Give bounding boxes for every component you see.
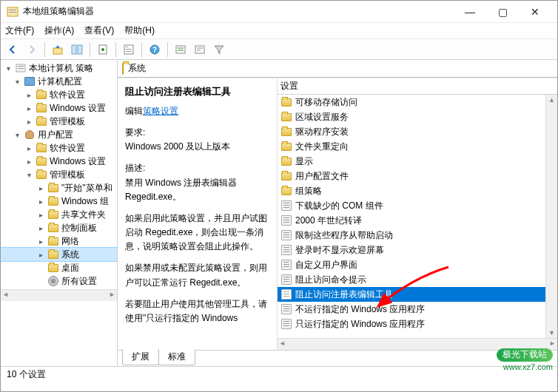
list-item-folder[interactable]: 驱动程序安装	[278, 124, 557, 139]
back-button[interactable]	[4, 41, 21, 58]
tree-item-label: Windows 组	[61, 195, 109, 208]
tree-item[interactable]: ▸软件设置	[1, 88, 117, 101]
folder-icon	[280, 170, 292, 182]
policy-icon	[280, 229, 292, 241]
menu-action[interactable]: 操作(A)	[44, 24, 74, 37]
tree-item[interactable]: 所有设置	[1, 274, 117, 288]
tree-item-label: "开始"菜单和	[61, 182, 112, 195]
tree-item[interactable]: ▸管理模板	[1, 115, 117, 128]
list-item-folder[interactable]: 组策略	[278, 183, 557, 198]
list-item-policy[interactable]: 阻止访问注册表编辑工具	[278, 287, 557, 302]
tree-item[interactable]: ▸系统	[1, 248, 117, 261]
policy-icon	[280, 274, 292, 285]
menu-file[interactable]: 文件(F)	[5, 24, 34, 37]
list-column-header[interactable]: 设置	[278, 78, 557, 95]
folder-icon	[36, 102, 47, 114]
show-hide-button[interactable]	[68, 41, 86, 58]
tree-user[interactable]: ▾ 用户配置	[1, 128, 117, 141]
content-pane: 系统 阻止访问注册表编辑工具 编辑策略设置 要求:Windows 2000 及以…	[118, 60, 557, 366]
folder-icon	[47, 249, 59, 260]
list-item-folder[interactable]: 显示	[278, 154, 557, 169]
funnel-button[interactable]	[210, 41, 228, 58]
maximize-button[interactable]: ▢	[486, 1, 519, 23]
list-item-folder[interactable]: 文件夹重定向	[278, 139, 557, 154]
tree-item-label: 共享文件夹	[61, 209, 106, 221]
filter2-button[interactable]	[191, 41, 209, 58]
tree-item-label: 软件设置	[50, 89, 85, 101]
svg-rect-2	[9, 12, 16, 13]
desc-p3: 如果禁用或未配置此策略设置，则用户可以正常运行 Regedit.exe。	[125, 261, 269, 289]
edit-policy-link[interactable]: 策略设置	[143, 106, 178, 116]
list-item-policy[interactable]: 只运行指定的 Windows 应用程序	[278, 317, 557, 331]
list-item-folder[interactable]: 可移动存储访问	[278, 95, 557, 109]
svg-text:?: ?	[152, 46, 157, 54]
tree-item[interactable]: ▸软件设置	[1, 141, 117, 155]
list-item-policy[interactable]: 阻止访问命令提示	[278, 272, 557, 287]
tree-root[interactable]: ▾ 本地计算机 策略	[1, 61, 117, 75]
tree-admin-templates[interactable]: ▾ 管理模板	[1, 168, 117, 181]
list-item-folder[interactable]: 用户配置文件	[278, 169, 557, 183]
list-item-policy[interactable]: 登录时不显示欢迎屏幕	[278, 243, 557, 257]
tree-item[interactable]: ▸共享文件夹	[1, 208, 117, 221]
req-label: 要求:	[125, 127, 145, 138]
settings-list[interactable]: 可移动存储访问区域设置服务驱动程序安装文件夹重定向显示用户配置文件组策略下载缺少…	[278, 95, 557, 338]
app-icon	[7, 6, 19, 18]
desc-p1: 禁用 Windows 注册表编辑器 Regedit.exe。	[125, 178, 237, 202]
svg-rect-17	[18, 68, 24, 69]
svg-rect-9	[126, 49, 132, 50]
tree-item-label: 管理模板	[50, 115, 85, 128]
list-vscrollbar[interactable]	[545, 95, 557, 338]
list-item-policy[interactable]: 自定义用户界面	[278, 257, 557, 272]
folder-icon	[47, 182, 59, 194]
tree-item[interactable]: ▸控制面板	[1, 221, 117, 234]
svg-rect-16	[18, 66, 24, 67]
menu-view[interactable]: 查看(V)	[84, 24, 114, 37]
tree-item[interactable]: 桌面	[1, 261, 117, 274]
tab-extended[interactable]: 扩展	[122, 349, 159, 365]
tree-hscrollbar[interactable]	[1, 289, 117, 301]
list-item-policy[interactable]: 限制这些程序从帮助启动	[278, 228, 557, 243]
close-button[interactable]: ✕	[519, 1, 551, 23]
main-area: ▾ 本地计算机 策略 ▾ 计算机配置 ▸软件设置▸Windows 设置▸管理模板…	[1, 60, 557, 366]
list-item-policy[interactable]: 不运行指定的 Windows 应用程序	[278, 302, 557, 317]
help-button[interactable]: ?	[146, 41, 164, 58]
folder-icon	[280, 111, 292, 123]
list-item-policy[interactable]: 下载缺少的 COM 组件	[278, 198, 557, 213]
tab-standard[interactable]: 标准	[158, 349, 195, 365]
svg-rect-13	[176, 46, 185, 53]
minimize-button[interactable]: —	[454, 1, 486, 23]
list-item-label: 2000 年世纪转译	[295, 214, 362, 227]
properties-button[interactable]	[120, 41, 138, 58]
status-text: 10 个设置	[7, 368, 46, 381]
tree-root-label: 本地计算机 策略	[29, 62, 93, 75]
list-item-label: 限制这些程序从帮助启动	[295, 229, 393, 242]
forward-button[interactable]	[23, 41, 41, 58]
list-item-folder[interactable]: 区域设置服务	[278, 109, 557, 124]
tree-item[interactable]: ▸"开始"菜单和	[1, 181, 117, 195]
tree-item-label: 网络	[61, 235, 79, 248]
policy-icon	[280, 200, 292, 212]
tree-item[interactable]: ▸Windows 设置	[1, 101, 117, 115]
tree-item[interactable]: ▸Windows 组	[1, 195, 117, 208]
desc-label: 描述:	[125, 163, 145, 173]
desc-p4: 若要阻止用户使用其他管理工具，请使用"只运行指定的 Windows	[125, 297, 269, 325]
tree-item-label: Windows 设置	[50, 102, 106, 115]
tree-computer[interactable]: ▾ 计算机配置	[1, 75, 117, 88]
policy-tree[interactable]: ▾ 本地计算机 策略 ▾ 计算机配置 ▸软件设置▸Windows 设置▸管理模板…	[1, 60, 117, 289]
svg-rect-4	[72, 45, 76, 54]
export-button[interactable]	[94, 41, 112, 58]
list-item-label: 用户配置文件	[295, 170, 349, 183]
folder-icon	[36, 155, 47, 167]
titlebar: 本地组策略编辑器 — ▢ ✕	[1, 1, 557, 23]
list-item-label: 阻止访问注册表编辑工具	[295, 288, 393, 301]
up-button[interactable]	[49, 41, 67, 58]
menu-help[interactable]: 帮助(H)	[124, 24, 155, 37]
tree-item[interactable]: ▸Windows 设置	[1, 155, 117, 168]
list-item-label: 自定义用户界面	[295, 259, 357, 271]
tree-item[interactable]: ▸网络	[1, 234, 117, 248]
filter1-button[interactable]	[172, 41, 189, 58]
folder-icon	[36, 142, 47, 154]
list-item-policy[interactable]: 2000 年世纪转译	[278, 213, 557, 228]
folder-icon	[47, 222, 59, 234]
svg-rect-1	[9, 10, 16, 10]
